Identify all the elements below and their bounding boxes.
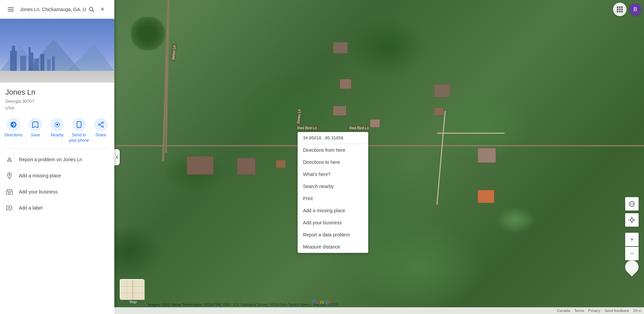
context-menu: 34.85018, -85.31856 Directions from here… xyxy=(298,132,368,253)
horizontal-road xyxy=(114,145,644,146)
building-3 xyxy=(333,106,346,116)
building-11 xyxy=(478,190,494,203)
my-location-button[interactable] xyxy=(625,213,639,227)
directions-icon xyxy=(7,118,20,131)
share-icon xyxy=(94,118,108,131)
svg-rect-42 xyxy=(621,6,623,8)
map-thumb-image xyxy=(120,279,144,299)
svg-rect-13 xyxy=(29,52,33,71)
add-missing-place-item[interactable]: Add a missing place xyxy=(0,168,114,184)
svg-rect-44 xyxy=(619,9,621,10)
ctx-print[interactable]: Print xyxy=(298,192,368,205)
canada-link[interactable]: Canada xyxy=(557,309,570,313)
menu-button[interactable] xyxy=(4,3,17,16)
footer-bar: Canada Terms Privacy Send feedback 20 m xyxy=(114,307,644,314)
svg-point-33 xyxy=(9,160,10,161)
add-business-text: Add your business xyxy=(19,189,58,194)
svg-point-27 xyxy=(102,122,103,124)
svg-rect-17 xyxy=(47,59,50,71)
svg-rect-46 xyxy=(617,11,618,12)
directions-button[interactable]: Directions xyxy=(3,118,24,143)
share-label: Share xyxy=(96,133,106,138)
directions-label: Directions xyxy=(5,133,23,138)
svg-rect-43 xyxy=(617,9,618,10)
svg-rect-6 xyxy=(0,71,114,83)
save-button[interactable]: Save xyxy=(25,118,46,143)
map-attribution: Imagery ©2021 Maxar Technologies, USDA/F… xyxy=(148,303,338,307)
building-6 xyxy=(434,107,444,116)
sidebar-menu-items: Report a problem on Jones Ln Add a missi… xyxy=(0,149,114,219)
globe-button[interactable] xyxy=(625,197,639,211)
svg-rect-11 xyxy=(12,46,15,51)
zoom-out-button[interactable]: − xyxy=(625,247,639,260)
svg-rect-18 xyxy=(52,56,55,71)
ctx-report-data-problem[interactable]: Report a data problem xyxy=(298,229,368,241)
nearby-icon xyxy=(50,118,64,131)
svg-rect-15 xyxy=(34,58,39,71)
red-bird-ln-label2: Red Bird Ln xyxy=(348,126,370,130)
map-thumb-svg xyxy=(120,280,145,300)
svg-rect-10 xyxy=(10,51,17,71)
send-to-phone-button[interactable]: Send to your phone xyxy=(68,118,90,143)
ctx-directions-to[interactable]: Directions to here xyxy=(298,156,368,168)
svg-rect-37 xyxy=(8,192,10,195)
user-avatar[interactable]: B xyxy=(629,3,641,15)
add-label-text: Add a label xyxy=(19,205,42,211)
scale-label: 20 m xyxy=(633,309,641,313)
add-label-icon xyxy=(5,204,13,212)
nearby-label: Nearby xyxy=(51,133,64,138)
action-buttons: Directions Save Nearby xyxy=(0,114,114,148)
svg-rect-16 xyxy=(40,54,44,71)
svg-line-30 xyxy=(100,123,102,124)
add-business-item[interactable]: Add your business xyxy=(0,184,114,200)
collapse-sidebar-button[interactable] xyxy=(114,149,120,165)
ctx-search-nearby[interactable]: Search nearby xyxy=(298,180,368,192)
add-missing-place-text: Add a missing place xyxy=(19,173,61,178)
ctx-add-missing-place[interactable]: Add a missing place xyxy=(298,205,368,217)
send-to-phone-icon xyxy=(72,118,86,131)
place-address: Georgia 30707 USA xyxy=(5,98,109,111)
nearby-button[interactable]: Nearby xyxy=(46,118,68,143)
svg-point-52 xyxy=(631,219,633,221)
share-button[interactable]: Share xyxy=(90,118,112,143)
svg-point-28 xyxy=(102,126,103,128)
svg-rect-48 xyxy=(621,11,623,12)
privacy-link[interactable]: Privacy xyxy=(588,309,600,313)
trees-1 xyxy=(128,17,168,50)
search-button[interactable] xyxy=(86,4,97,15)
building-7 xyxy=(187,156,214,175)
report-problem-item[interactable]: Report a problem on Jones Ln xyxy=(0,151,114,168)
svg-line-4 xyxy=(92,10,94,12)
context-menu-coords: 34.85018, -85.31856 xyxy=(298,132,368,144)
zoom-in-button[interactable]: + xyxy=(625,233,639,246)
svg-line-31 xyxy=(100,125,102,126)
svg-rect-47 xyxy=(619,11,621,12)
svg-rect-41 xyxy=(619,6,621,8)
search-input[interactable]: Jones Ln, Chickamauga, GA, USA xyxy=(20,7,86,12)
add-business-icon xyxy=(5,188,13,196)
svg-rect-36 xyxy=(6,191,12,195)
svg-rect-40 xyxy=(617,6,618,8)
building-9 xyxy=(276,160,286,168)
send-feedback-link[interactable]: Send feedback xyxy=(604,309,629,313)
clear-search-button[interactable]: ✕ xyxy=(97,4,108,15)
map-type-thumbnail[interactable]: Map xyxy=(120,279,147,306)
building-1 xyxy=(333,42,348,54)
hero-svg xyxy=(0,19,114,83)
report-problem-text: Report a problem on Jones Ln xyxy=(19,157,82,162)
svg-rect-1 xyxy=(8,9,14,10)
zoom-controls: + − xyxy=(625,233,639,260)
top-right-controls: B xyxy=(613,3,641,16)
building-10 xyxy=(478,148,496,163)
add-label-item[interactable]: Add a label xyxy=(0,200,114,216)
ctx-directions-from[interactable]: Directions from here xyxy=(298,144,368,156)
svg-point-23 xyxy=(56,124,58,126)
place-line1: Georgia 30707 xyxy=(5,99,34,104)
apps-button[interactable] xyxy=(613,3,627,16)
terms-link[interactable]: Terms xyxy=(574,309,584,313)
building-2 xyxy=(340,79,351,89)
ctx-add-business[interactable]: Add your business xyxy=(298,217,368,229)
ctx-measure-distance[interactable]: Measure distance xyxy=(298,241,368,253)
report-problem-icon xyxy=(5,155,13,164)
ctx-whats-here[interactable]: What's here? xyxy=(298,168,368,180)
